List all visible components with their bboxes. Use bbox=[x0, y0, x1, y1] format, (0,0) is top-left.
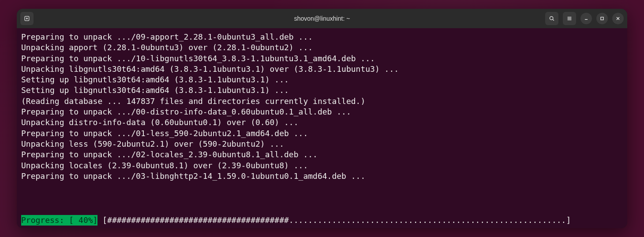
window-title: shovon@linuxhint: ~ bbox=[109, 15, 535, 22]
terminal-line: Preparing to unpack .../03-libnghttp2-14… bbox=[21, 171, 623, 181]
terminal-line: Unpacking locales (2.39-0ubuntu8.1) over… bbox=[21, 160, 623, 171]
terminal-line: Unpacking less (590-2ubuntu2.1) over (59… bbox=[21, 139, 623, 149]
new-tab-button[interactable] bbox=[20, 12, 34, 25]
terminal-window: shovon@linuxhint: ~ bbox=[17, 9, 627, 228]
terminal-output: Preparing to unpack .../09-apport_2.28.1… bbox=[21, 32, 623, 215]
terminal-line: Preparing to unpack .../09-apport_2.28.1… bbox=[21, 32, 623, 42]
titlebar: shovon@linuxhint: ~ bbox=[17, 9, 627, 28]
terminal-line: Setting up libgnutls30t64:amd64 (3.8.3-1… bbox=[21, 74, 623, 85]
titlebar-left bbox=[20, 12, 109, 25]
terminal-line: Preparing to unpack .../02-locales_2.39-… bbox=[21, 149, 623, 160]
terminal-line: Unpacking libgnutls30t64:amd64 (3.8.3-1.… bbox=[21, 64, 623, 74]
search-button[interactable] bbox=[545, 12, 558, 25]
progress-bar: [######################################.… bbox=[97, 215, 576, 226]
close-button[interactable] bbox=[612, 13, 624, 24]
terminal-line: Preparing to unpack .../00-distro-info-d… bbox=[21, 107, 623, 117]
svg-point-3 bbox=[550, 16, 553, 19]
terminal-line: (Reading database ... 147837 files and d… bbox=[21, 96, 623, 107]
terminal-line: Preparing to unpack .../01-less_590-2ubu… bbox=[21, 128, 623, 139]
terminal-line: Preparing to unpack .../10-libgnutls30t6… bbox=[21, 53, 623, 64]
hamburger-menu-button[interactable] bbox=[563, 12, 576, 25]
progress-line: Progress: [ 40%] [######################… bbox=[21, 215, 623, 226]
svg-line-4 bbox=[553, 19, 554, 21]
maximize-button[interactable] bbox=[596, 13, 608, 24]
titlebar-right bbox=[535, 12, 624, 25]
terminal-body[interactable]: Preparing to unpack .../09-apport_2.28.1… bbox=[17, 28, 627, 228]
minimize-button[interactable] bbox=[580, 13, 592, 24]
terminal-line: Unpacking distro-info-data (0.60ubuntu0.… bbox=[21, 117, 623, 128]
svg-rect-9 bbox=[601, 17, 603, 20]
progress-label: Progress: [ 40%] bbox=[21, 215, 97, 226]
terminal-line: Setting up libgnutls30t64:amd64 (3.8.3-1… bbox=[21, 85, 623, 96]
terminal-line: Unpacking apport (2.28.1-0ubuntu3) over … bbox=[21, 42, 623, 53]
